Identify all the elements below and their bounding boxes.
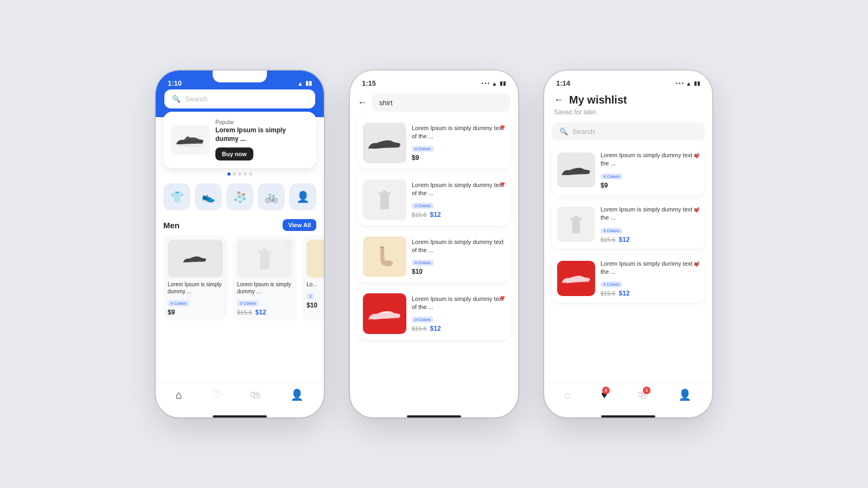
price-row-1: $9 [168, 309, 223, 316]
product-image-1 [168, 240, 223, 278]
wprice-sale-2: $12 [619, 236, 630, 243]
like-button-1[interactable]: ♥ [500, 123, 506, 132]
promo-title: Lorem Ipsum is simply dummy ... [215, 126, 309, 143]
search-result-4: Lorem Ipsum is simply dummy text of the … [358, 288, 510, 339]
result-info-4: Lorem Ipsum is simply dummy text of the … [412, 295, 505, 333]
result-title-4: Lorem Ipsum is simply dummy text of the … [412, 295, 505, 312]
shirt-img [257, 246, 272, 272]
svg-rect-1 [260, 251, 270, 269]
search-results-list: Lorem Ipsum is simply dummy text of the … [350, 117, 518, 412]
bottom-nav-3: ⌂ ♥ 3 🛍 1 👤 [544, 382, 712, 412]
like-button-2[interactable]: ♥ [500, 179, 506, 189]
battery-icon: ▮▮ [305, 80, 312, 87]
nav-wishlist-3[interactable]: ♥ 3 [601, 389, 608, 401]
wishlist-toggle-2[interactable]: ♡ [285, 240, 292, 248]
svg-rect-5 [572, 217, 580, 233]
wish-shoe-red [560, 270, 592, 286]
view-all-button[interactable]: View All [283, 219, 316, 231]
shoe-illustration [173, 131, 208, 149]
wish-like-2[interactable]: ♥ [694, 206, 700, 215]
category-shoe[interactable]: 👟 [195, 183, 222, 210]
product-card-1: ♡ Lorem Ipsum is simply dummy ... 4 Colo… [163, 235, 227, 320]
price-sale-val-2: $12 [430, 211, 441, 219]
men-section-header: Men View All [156, 214, 324, 235]
svg-rect-6 [574, 215, 578, 218]
bag-icon: 🛍 [250, 389, 261, 401]
wishlist-search[interactable]: 🔍 Search [552, 123, 705, 140]
search-bar[interactable]: 🔍 Search [164, 89, 315, 108]
nav-home-3[interactable]: ⌂ [565, 389, 571, 401]
category-bike[interactable]: 🚲 [258, 183, 285, 210]
result-image-1 [363, 123, 406, 163]
wishlist-price-3: $15.6 $12 [601, 290, 699, 297]
wishlist-toggle-1[interactable]: ♡ [216, 240, 223, 248]
nav-home[interactable]: ⌂ [176, 389, 182, 401]
promo-card: Popular Lorem Ipsum is simply dummy ... … [163, 112, 316, 168]
wishlist-info-1: Lorem Ipsum is simply dummy text of the … [601, 151, 699, 189]
notch-2 [407, 70, 461, 82]
search-icon-3: 🔍 [559, 127, 568, 136]
wishlist-item-3: Lorem Ipsum is simply dummy text of the … [552, 254, 705, 303]
nav-wishlist[interactable]: ♡ [212, 388, 221, 401]
like-button-4[interactable]: ♥ [500, 293, 506, 303]
buy-now-button[interactable]: Buy now [215, 147, 253, 160]
wprice-1: $9 [601, 182, 608, 189]
product-card-3: Lo... 2 $10 [302, 235, 324, 320]
nav-cart-3[interactable]: 🛍 1 [637, 389, 648, 401]
wishlist-title: My wishlist [569, 94, 627, 106]
result-colors-1: 4 Colors [412, 146, 433, 152]
price-1: $9 [168, 309, 175, 316]
person-icon: 👤 [289, 183, 316, 210]
result-colors-3: 4 Colors [412, 260, 433, 266]
categories: 👕 👟 🧦 🚲 👤 [156, 176, 324, 214]
result-colors-4: 3 Colors [412, 317, 433, 323]
phone-search: 1:15 • • • ▲ ▮▮ ← shirt Lorem I [350, 70, 518, 418]
bottom-nav-1: ⌂ ♡ 🛍 👤 [156, 382, 324, 412]
like-button-3[interactable]: ♡ [497, 236, 505, 247]
shoe-img-dark [366, 134, 403, 152]
wishlist-colors-1: 4 Colors [601, 174, 622, 179]
wish-like-1[interactable]: ♥ [694, 151, 700, 161]
product-name-3: Lo... [307, 281, 324, 288]
wishlist-price-2: $15.6 $12 [601, 236, 699, 243]
wprice-old-3: $15.6 [601, 290, 616, 297]
nav-profile-3[interactable]: 👤 [678, 388, 692, 401]
product-image-2 [237, 240, 292, 278]
back-button[interactable]: ← [358, 97, 367, 108]
search-input[interactable]: shirt [372, 94, 510, 112]
wish-shirt-2 [570, 213, 583, 236]
price-old-val-2: $15.6 [412, 211, 427, 218]
wishlist-title-3: Lorem Ipsum is simply dummy text of the … [601, 260, 699, 277]
category-person[interactable]: 👤 [289, 183, 316, 210]
heart-icon: ♡ [212, 388, 221, 401]
wishlist-info-2: Lorem Ipsum is simply dummy text of the … [601, 206, 699, 243]
wish-shoe-1 [560, 162, 592, 178]
promo-label: Popular [215, 119, 309, 125]
wishlist-search-placeholder: Search [572, 127, 595, 136]
time-3: 1:14 [556, 79, 570, 87]
result-title-1: Lorem Ipsum is simply dummy text of the … [412, 124, 505, 141]
section-title: Men [163, 221, 180, 230]
home-indicator-2 [407, 415, 461, 418]
svg-rect-3 [380, 192, 389, 209]
search-placeholder: Search [185, 95, 207, 103]
shoe-icon: 👟 [195, 183, 222, 210]
search-header: ← shirt [350, 89, 518, 117]
wishlist-back-button[interactable]: ← [554, 94, 564, 106]
nav-cart[interactable]: 🛍 [250, 389, 261, 401]
svg-rect-2 [263, 248, 267, 252]
battery-icon-2: ▮▮ [500, 80, 506, 86]
result-title-2: Lorem Ipsum is simply dummy text of the … [412, 181, 505, 198]
wishlist-image-2 [557, 207, 595, 242]
category-shirt[interactable]: 👕 [163, 183, 190, 210]
price-val-3: $10 [412, 268, 423, 275]
wishlist-item-1: Lorem Ipsum is simply dummy text of the … [552, 146, 705, 195]
cart-badge: 1 [643, 387, 650, 394]
wifi-icon-3: ▲ [686, 80, 692, 87]
nav-profile[interactable]: 👤 [290, 388, 304, 401]
category-socks[interactable]: 🧦 [226, 183, 253, 210]
color-badge-3: 2 [307, 293, 314, 299]
wish-like-3[interactable]: ♥ [694, 260, 700, 269]
user-icon: 👤 [290, 388, 304, 401]
wprice-old-2: $15.6 [601, 236, 616, 243]
